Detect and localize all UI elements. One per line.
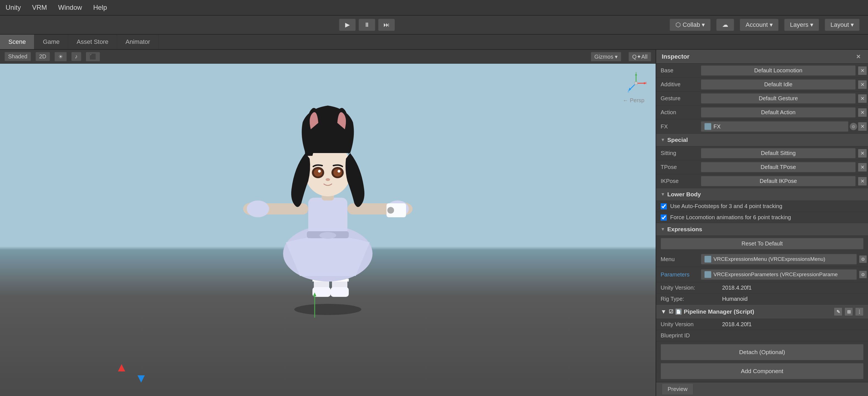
svg-point-27 [387,207,394,213]
additive-value[interactable]: Default Idle [701,79,856,90]
base-value[interactable]: Default Locomotion [701,65,856,76]
pipeline-link-button[interactable]: ⊞ [844,307,853,316]
inspector-content: Base Default Locomotion ✕ Additive Defau… [656,64,868,382]
account-button[interactable]: Account ▾ [740,19,779,31]
gesture-value[interactable]: Default Gesture [701,93,856,104]
tpose-value[interactable]: Default TPose [701,162,856,172]
tab-scene[interactable]: Scene [0,35,34,49]
menu-vrm[interactable]: VRM [32,4,47,11]
params-settings-button[interactable]: ⚙ [859,271,867,278]
svg-marker-41 [137,375,145,383]
svg-rect-8 [308,198,347,248]
ikpose-x-button[interactable]: ✕ [858,177,867,186]
2d-button[interactable]: 2D [35,52,50,61]
menu-value-text: VRCExpressionsMenu (VRCExpressionsMenu) [713,256,825,262]
action-value[interactable]: Default Action [701,107,856,118]
fx-x-button[interactable]: ✕ [858,122,867,131]
footsteps-checkbox-row: Use Auto-Footsteps for 3 and 4 point tra… [656,201,868,212]
inspector-title: Inspector [662,53,689,60]
audio-icon[interactable]: ♪ [71,52,81,61]
svg-marker-40 [118,364,125,371]
camera-icon[interactable]: ⬛ [86,52,100,61]
gizmo-widget: Y X Z [625,72,647,94]
tpose-x-button[interactable]: ✕ [858,163,867,172]
ikpose-value[interactable]: Default IKPose [701,176,856,186]
layout-button[interactable]: Layout ▾ [825,19,860,31]
gizmos-button[interactable]: Gizmos ▾ [591,52,621,61]
menu-help[interactable]: Help [93,4,107,11]
fx-circle-button[interactable]: ⊙ [849,123,857,130]
action-label: Action [656,109,701,116]
locomotion-label: Force Locomotion animations for 6 point … [670,214,791,221]
fx-value[interactable]: FX [701,121,848,132]
character-container [230,80,426,318]
locomotion-checkbox[interactable] [661,214,667,221]
tab-game[interactable]: Game [34,35,68,49]
lower-body-arrow: ▼ [661,192,665,197]
play-button[interactable]: ▶ [339,19,356,31]
pipeline-more-button[interactable]: ⋮ [855,307,864,316]
special-arrow: ▼ [661,137,665,142]
svg-point-15 [247,200,269,217]
pause-button[interactable]: ⏸ [359,19,375,31]
all-layers-dropdown[interactable]: Q✦All [628,52,651,61]
top-toolbar: ▶ ⏸ ⏭ ⬡ Collab ▾ ☁ Account ▾ Layers ▾ La… [0,15,868,35]
fx-row: FX FX ⊙ ✕ [656,120,868,134]
params-icon [705,271,711,278]
sun-icon[interactable]: ☀ [55,52,67,61]
pipeline-unity-version-row: Unity Version 2018.4.20f1 [656,319,868,330]
tab-asset-store[interactable]: Asset Store [68,35,117,49]
additive-x-button[interactable]: ✕ [858,80,867,89]
fx-label: FX [656,124,701,130]
blueprint-id-label: Blueprint ID [661,332,722,339]
gesture-x-button[interactable]: ✕ [858,94,867,103]
pipeline-section-header: ▼ ☑ 📄 Pipeline Manager (Script) ✎ ⊞ ⋮ [656,305,868,319]
menu-row: Menu VRCExpressionsMenu (VRCExpressionsM… [656,252,868,267]
menu-window[interactable]: Window [58,4,82,11]
step-button[interactable]: ⏭ [378,19,395,31]
action-x-button[interactable]: ✕ [858,108,867,117]
collab-button[interactable]: ⬡ Collab ▾ [670,19,711,31]
add-component-button[interactable]: Add Component [661,363,864,379]
main-content: Shaded 2D ☀ ♪ ⬛ Gizmos ▾ Q✦All [0,50,868,396]
pipeline-checkbox-icon[interactable]: ☑ [669,308,673,315]
params-value[interactable]: VRCExpressionParameters (VRCExpressionPa… [701,269,857,280]
lower-body-section-header: ▼ Lower Body [656,188,868,201]
scene-canvas[interactable]: Y X Z ← Persp [0,64,656,396]
special-title: Special [668,137,688,143]
cloud-button[interactable]: ☁ [716,19,734,31]
svg-marker-39 [313,292,316,296]
scene-view: Shaded 2D ☀ ♪ ⬛ Gizmos ▾ Q✦All [0,50,656,396]
preview-tab-bar: Preview [656,382,868,396]
detach-button[interactable]: Detach (Optional) [661,344,864,360]
preview-tab[interactable]: Preview [662,384,693,395]
menu-value[interactable]: VRCExpressionsMenu (VRCExpressionsMenu) [701,254,857,264]
transform-arrows-svg [309,290,320,323]
menu-settings-button[interactable]: ⚙ [859,255,867,263]
tab-animator[interactable]: Animator [117,35,159,49]
pipeline-edit-button[interactable]: ✎ [834,307,842,316]
layers-button[interactable]: Layers ▾ [784,19,819,31]
unity-version-row: Unity Version: 2018.4.20f1 [656,282,868,294]
tpose-row: TPose Default TPose ✕ [656,160,868,174]
shaded-dropdown[interactable]: Shaded [4,52,31,61]
inspector-close-button[interactable]: ✕ [854,53,862,61]
sitting-value[interactable]: Default Sitting [701,148,856,158]
sitting-x-button[interactable]: ✕ [858,149,867,158]
fx-icon [705,123,711,130]
character-svg [230,80,426,318]
expressions-title: Expressions [668,226,702,233]
svg-point-21 [314,169,322,176]
params-value-text: VRCExpressionParameters (VRCExpressionPa… [713,271,838,277]
menu-unity[interactable]: Unity [6,4,21,11]
base-x-button[interactable]: ✕ [858,66,867,75]
reset-to-default-button[interactable]: Reset To Default [661,238,864,250]
transform-arrows [309,290,320,325]
blueprint-id-row: Blueprint ID [656,330,868,341]
footsteps-checkbox[interactable] [661,203,667,209]
rig-type-row: Rig Type: Humanoid [656,294,868,305]
blue-indicator [137,375,145,385]
special-section-header: ▼ Special [656,134,868,146]
svg-rect-4 [331,287,349,297]
action-row: Action Default Action ✕ [656,105,868,120]
